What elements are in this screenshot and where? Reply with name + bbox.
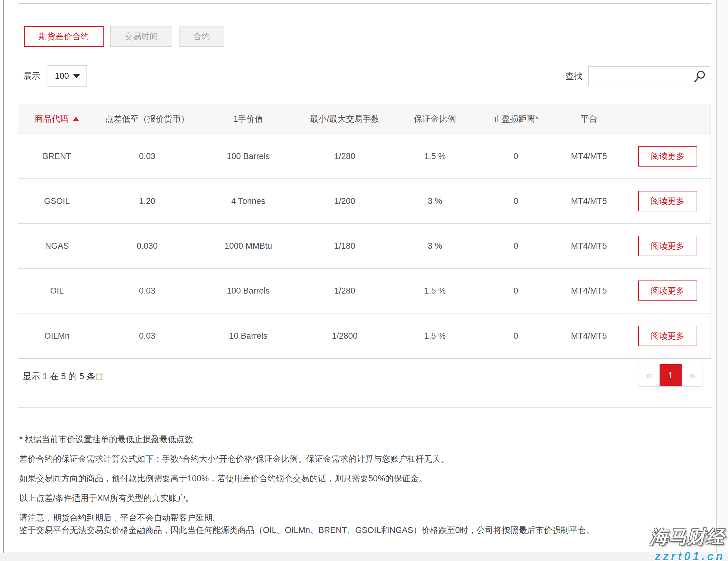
top-divider [19, 3, 711, 4]
cell-lot-value: 4 Tonnes [198, 196, 298, 206]
cell-platform: MT4/MT5 [553, 152, 625, 161]
column-header-0[interactable]: 商品代码 [18, 113, 96, 124]
footnote-line: * 根据当前市价设置挂单的最低止损盈最低点数 [19, 433, 694, 446]
cell-actions: 阅读更多 [625, 146, 711, 166]
table-header-row: 商品代码点差低至（报价货币）1手价值最小/最大交易手数保证金比例止盈损距离*平台 [18, 104, 711, 134]
pagination-summary: 显示 1 在 5 的 5 条目 [23, 371, 104, 382]
cell-min-max-lots: 1/180 [298, 241, 391, 251]
cell-lot-value: 1000 MMBtu [198, 241, 298, 251]
table-row: OIL0.03100 Barrels1/2801.5 %0MT4/MT5阅读更多 [18, 269, 711, 314]
footnote-line: 如果交易同方向的商品，预付款比例需要高于100%，若使用差价合约锁仓交易的话，则… [19, 472, 694, 485]
pagination-page-1-button[interactable]: 1 [660, 364, 682, 386]
cell-margin: 1.5 % [391, 286, 478, 296]
watermark-domain: zzrt01.cn [650, 550, 726, 561]
cell-actions: 阅读更多 [625, 191, 711, 211]
cell-symbol: GSOIL [18, 196, 96, 206]
panel-border-left [3, 0, 4, 553]
cell-stop-distance: 0 [478, 152, 553, 161]
pagination-next-button[interactable]: » [682, 364, 703, 386]
cell-lot-value: 100 Barrels [198, 152, 298, 161]
cell-platform: MT4/MT5 [553, 286, 625, 296]
search-input[interactable] [589, 67, 710, 86]
pagination: « 1 » [638, 364, 703, 387]
footnote-line: 请注意，期货合约到期后，平台不会自动帮客户延期。 [19, 512, 694, 524]
page-size-value: 100 [55, 71, 69, 81]
footnote-line: 差价合约的保证金需求计算公式如下：手数*合约大小*开仓价格*保证金比例。保证金需… [19, 453, 694, 465]
footnote-group: 差价合约的保证金需求计算公式如下：手数*合约大小*开仓价格*保证金比例。保证金需… [19, 453, 694, 465]
table-row: OILMn0.0310 Barrels1/28001.5 %0MT4/MT5阅读… [18, 314, 711, 358]
column-header-4[interactable]: 保证金比例 [391, 113, 478, 124]
read-more-button[interactable]: 阅读更多 [638, 191, 697, 211]
read-more-button[interactable]: 阅读更多 [638, 146, 697, 166]
cell-platform: MT4/MT5 [553, 241, 625, 251]
table-row: NGAS0.0301000 MMBtu1/1803 %0MT4/MT5阅读更多 [18, 224, 711, 269]
column-header-1[interactable]: 点差低至（报价货币） [96, 113, 198, 124]
cell-stop-distance: 0 [478, 196, 553, 206]
cell-spread: 0.03 [96, 286, 198, 296]
search-control: 查找 [566, 66, 710, 86]
cell-min-max-lots: 1/280 [298, 152, 391, 161]
contracts-table: 商品代码点差低至（报价货币）1手价值最小/最大交易手数保证金比例止盈损距离*平台… [18, 104, 711, 359]
column-header-2[interactable]: 1手价值 [198, 113, 298, 124]
tab-contract[interactable]: 合约 [179, 26, 224, 47]
footnote-line: 鉴于交易平台无法交易负价格金融商品，因此当任何能源类商品（OIL、OILMn、B… [19, 524, 694, 536]
page-size-select[interactable]: 100 [48, 65, 87, 86]
cell-platform: MT4/MT5 [553, 331, 625, 341]
chevron-down-icon [73, 74, 80, 78]
tab-trading-hours[interactable]: 交易时间 [110, 26, 172, 47]
column-header-label: 平台 [581, 113, 597, 124]
column-header-6[interactable]: 平台 [553, 113, 625, 124]
column-header-3[interactable]: 最小/最大交易手数 [298, 113, 391, 124]
page: 期货差价合约交易时间合约 展示 100 查找 商品代码点差低至（报价货币）1手价… [0, 0, 728, 561]
cell-lot-value: 10 Barrels [198, 331, 298, 341]
column-header-5[interactable]: 止盈损距离* [478, 113, 553, 124]
cell-margin: 3 % [391, 241, 478, 251]
cell-margin: 3 % [391, 196, 478, 206]
cell-min-max-lots: 1/280 [298, 286, 391, 296]
cell-symbol: NGAS [18, 241, 96, 251]
column-header-label: 最小/最大交易手数 [310, 113, 380, 124]
search-label: 查找 [566, 71, 582, 82]
read-more-button[interactable]: 阅读更多 [638, 326, 697, 346]
search-icon[interactable] [693, 70, 707, 83]
pagination-prev-button[interactable]: « [638, 364, 660, 386]
cell-lot-value: 100 Barrels [198, 286, 298, 296]
column-header-label: 保证金比例 [414, 113, 456, 124]
table-row: GSOIL1.204 Tonnes1/2003 %0MT4/MT5阅读更多 [18, 179, 711, 224]
column-header-label: 商品代码 [35, 113, 68, 124]
section-divider [18, 407, 711, 408]
panel-border-bottom [3, 553, 716, 553]
page-size-control: 展示 100 [23, 65, 87, 86]
cell-spread: 0.03 [96, 331, 198, 341]
table-body: BRENT0.03100 Barrels1/2801.5 %0MT4/MT5阅读… [18, 134, 711, 358]
column-header-label: 止盈损距离* [493, 113, 539, 124]
column-header-label: 1手价值 [233, 113, 263, 124]
watermark-title: 海马财经 [650, 525, 726, 549]
footnotes: * 根据当前市价设置挂单的最低止损盈最低点数差价合约的保证金需求计算公式如下：手… [19, 433, 694, 544]
cell-min-max-lots: 1/200 [298, 196, 391, 206]
column-header-label: 点差低至（报价货币） [105, 113, 189, 124]
search-box [588, 66, 710, 86]
tab-futures-cfd[interactable]: 期货差价合约 [24, 26, 104, 47]
cell-spread: 0.030 [96, 241, 198, 251]
cell-actions: 阅读更多 [625, 236, 711, 256]
table-row: BRENT0.03100 Barrels1/2801.5 %0MT4/MT5阅读… [18, 134, 711, 179]
cell-symbol: OILMn [18, 331, 96, 341]
panel-border-right [716, 0, 716, 553]
footnote-group: 请注意，期货合约到期后，平台不会自动帮客户延期。鉴于交易平台无法交易负价格金融商… [19, 512, 694, 536]
footnote-group: 以上点差/条件适用于XM所有类型的真实账户。 [19, 492, 694, 504]
footnote-group: 如果交易同方向的商品，预付款比例需要高于100%，若使用差价合约锁仓交易的话，则… [19, 472, 694, 485]
read-more-button[interactable]: 阅读更多 [638, 236, 697, 256]
bottom-gutter [0, 553, 728, 561]
cell-spread: 1.20 [96, 196, 198, 206]
footnote-group: * 根据当前市价设置挂单的最低止损盈最低点数 [19, 433, 694, 446]
right-gutter [716, 0, 728, 561]
cell-actions: 阅读更多 [625, 280, 711, 301]
cell-spread: 0.03 [96, 152, 198, 161]
read-more-button[interactable]: 阅读更多 [638, 280, 697, 301]
cell-stop-distance: 0 [478, 241, 553, 251]
cell-actions: 阅读更多 [625, 326, 711, 346]
show-label: 展示 [23, 70, 40, 82]
cell-platform: MT4/MT5 [553, 196, 625, 206]
cell-stop-distance: 0 [478, 331, 553, 341]
